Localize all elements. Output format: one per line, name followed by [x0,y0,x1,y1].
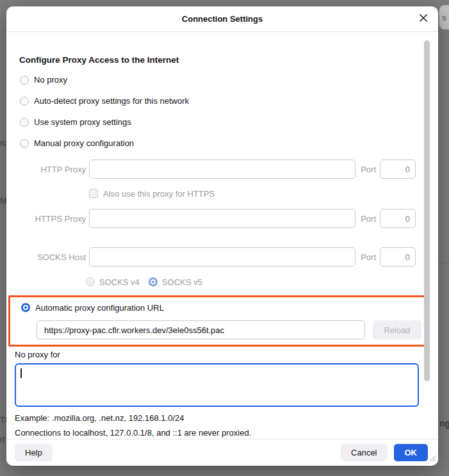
socks-v5-label: SOCKS v5 [162,277,202,287]
cancel-button[interactable]: Cancel [341,444,387,461]
bg-text-fragment: ec [0,138,6,147]
bg-text-fragment: rt [0,434,5,444]
auto-url-label: Automatic proxy configuration URL [35,303,164,313]
auto-url-row: Reload [37,320,421,340]
resize-handle-icon[interactable] [427,453,436,464]
checkbox-icon [89,189,98,198]
bg-button-fragment: s [439,5,449,29]
radio-icon [20,139,29,148]
text-caret [20,368,22,378]
radio-label: Manual proxy configuration [34,138,134,148]
reload-button[interactable]: Reload [373,320,421,340]
https-proxy-row: HTTPS Proxy Port [19,209,416,228]
socks-port-input[interactable] [380,247,416,267]
port-label: Port [361,252,376,262]
no-proxy-note-text: Connections to localhost, 127.0.0.1/8, a… [15,428,438,438]
help-button[interactable]: Help [15,444,53,461]
socks-host-label: SOCKS Host [19,252,86,262]
bg-text-fragment: s [442,13,446,22]
socks-v4-radio-icon[interactable] [86,277,95,286]
ok-button[interactable]: OK [394,444,429,461]
close-button[interactable] [416,12,430,26]
no-proxy-textarea-wrap [15,363,419,407]
auto-url-radio-icon [21,303,30,312]
dialog-titlebar: Connection Settings [6,6,438,32]
http-port-input[interactable] [380,160,416,179]
http-proxy-row: HTTP Proxy Port [19,160,416,179]
https-proxy-input[interactable] [89,209,355,228]
https-port-input[interactable] [380,209,416,228]
radio-row-system-proxy[interactable]: Use system proxy settings [20,117,438,127]
radio-row-manual-proxy[interactable]: Manual proxy configuration [20,138,438,148]
socks-v4-label: SOCKS v4 [99,277,140,287]
socks-host-input[interactable] [89,247,355,267]
no-proxy-for-label: No proxy for [15,350,438,359]
radio-row-no-proxy[interactable]: No proxy [20,75,438,85]
no-proxy-example-text: Example: .mozilla.org, .net.nz, 192.168.… [15,413,438,423]
radio-row-auto-detect[interactable]: Auto-detect proxy settings for this netw… [20,96,438,106]
https-proxy-label: HTTPS Proxy [19,214,86,224]
manual-proxy-fields: HTTP Proxy Port Also use this proxy for … [6,160,438,287]
radio-icon [20,76,29,85]
radio-icon [20,97,29,106]
http-proxy-input[interactable] [89,160,355,179]
port-label: Port [361,165,376,174]
bg-divider-fragment [438,263,449,263]
radio-label: Use system proxy settings [34,117,131,127]
dialog-content: Configure Proxy Access to the Internet N… [6,32,438,438]
socks-version-row: SOCKS v4 SOCKS v5 [86,277,416,287]
also-https-label: Also use this proxy for HTTPS [103,189,215,199]
auto-proxy-highlight-box: Automatic proxy configuration URL Reload [8,295,427,347]
bg-text-fragment: ng [439,418,449,429]
scrollbar-thumb[interactable] [424,40,430,381]
dialog-title: Connection Settings [182,14,263,24]
also-https-row[interactable]: Also use this proxy for HTTPS [89,188,416,199]
dialog-footer: Help Cancel OK [6,439,438,466]
socks-host-row: SOCKS Host Port [19,247,416,267]
radio-label: Auto-detect proxy settings for this netw… [34,96,189,106]
socks-v5-radio-icon[interactable] [149,277,158,286]
radio-row-auto-url[interactable]: Automatic proxy configuration URL [21,302,421,313]
close-icon [419,13,428,24]
connection-settings-dialog: Connection Settings Configure Proxy Acce… [6,6,438,466]
http-proxy-label: HTTP Proxy [19,165,86,174]
proxy-mode-group: No proxy Auto-detect proxy settings for … [20,75,438,148]
radio-icon [20,118,29,127]
page-title: Configure Proxy Access to the Internet [19,55,438,65]
radio-label: No proxy [34,75,67,85]
proxy-url-input[interactable] [37,320,365,340]
no-proxy-textarea[interactable] [15,363,419,407]
port-label: Port [361,214,376,224]
